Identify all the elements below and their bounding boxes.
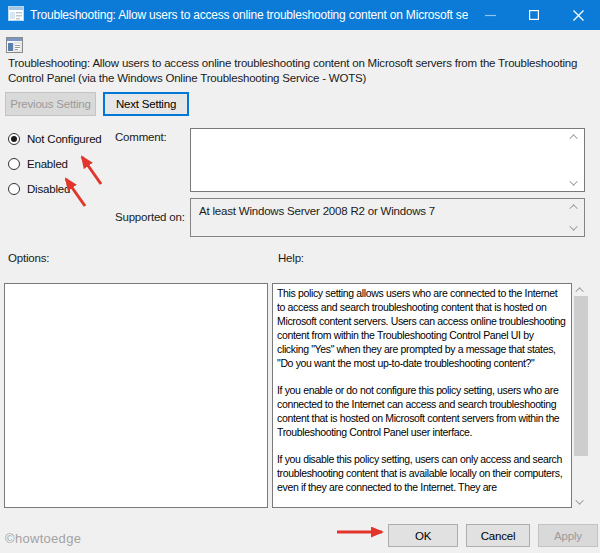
policy-setting-icon bbox=[6, 37, 23, 57]
close-icon bbox=[573, 10, 584, 21]
help-paragraph: If you disable this policy setting, user… bbox=[277, 452, 567, 494]
minimize-icon bbox=[485, 10, 496, 21]
options-label: Options: bbox=[8, 252, 49, 264]
help-text-panel: This policy setting allows users who are… bbox=[272, 283, 572, 508]
maximize-button[interactable] bbox=[512, 0, 556, 30]
radio-circle-icon bbox=[8, 158, 20, 170]
close-button[interactable] bbox=[556, 0, 600, 30]
supported-on-label: Supported on: bbox=[115, 211, 185, 223]
comment-scroll-down-button[interactable] bbox=[568, 177, 582, 189]
help-scroll-down-button[interactable] bbox=[574, 495, 588, 508]
help-scrollbar[interactable] bbox=[574, 283, 588, 508]
group-policy-window-icon bbox=[8, 6, 24, 25]
help-scroll-up-button[interactable] bbox=[574, 283, 588, 296]
radio-disabled[interactable]: Disabled bbox=[8, 181, 70, 197]
supported-on-value: At least Windows Server 2008 R2 or Windo… bbox=[199, 205, 435, 217]
radio-label: Enabled bbox=[27, 158, 68, 170]
chevron-up-icon bbox=[569, 204, 577, 212]
policy-dialog-window: Troubleshooting: Allow users to access o… bbox=[0, 0, 600, 553]
supported-on-field: At least Windows Server 2008 R2 or Windo… bbox=[190, 198, 585, 237]
comment-label: Comment: bbox=[115, 131, 166, 143]
help-label: Help: bbox=[278, 252, 304, 264]
chevron-down-icon bbox=[569, 177, 577, 185]
help-scrollbar-thumb[interactable] bbox=[574, 296, 588, 456]
chevron-up-icon bbox=[575, 287, 583, 295]
watermark: ©howtoedge bbox=[5, 531, 81, 546]
minimize-button[interactable] bbox=[468, 0, 512, 30]
radio-enabled[interactable]: Enabled bbox=[8, 156, 68, 172]
titlebar: Troubleshooting: Allow users to access o… bbox=[0, 0, 600, 30]
supported-scroll-up-button bbox=[568, 201, 582, 213]
supported-scroll-down-button bbox=[568, 222, 582, 234]
radio-circle-icon bbox=[8, 183, 20, 195]
window-title: Troubleshooting: Allow users to access o… bbox=[30, 8, 468, 22]
comment-scroll-up-button[interactable] bbox=[568, 131, 582, 143]
ok-button[interactable]: OK bbox=[388, 524, 458, 547]
maximize-icon bbox=[529, 10, 539, 20]
help-paragraph: This policy setting allows users who are… bbox=[277, 286, 567, 370]
options-panel bbox=[4, 283, 268, 508]
previous-setting-button: Previous Setting bbox=[5, 92, 96, 116]
chevron-down-icon bbox=[569, 222, 577, 230]
radio-label: Disabled bbox=[27, 183, 70, 195]
radio-label: Not Configured bbox=[27, 133, 102, 145]
next-setting-button[interactable]: Next Setting bbox=[103, 92, 189, 116]
cancel-button[interactable]: Cancel bbox=[466, 524, 530, 547]
window-controls bbox=[468, 0, 600, 30]
policy-description: Troubleshooting: Allow users to access o… bbox=[8, 56, 594, 86]
radio-not-configured[interactable]: Not Configured bbox=[8, 131, 102, 147]
help-paragraph: If you enable or do not configure this p… bbox=[277, 383, 567, 439]
comment-input[interactable] bbox=[190, 128, 585, 192]
annotation-arrow-not-configured bbox=[82, 157, 101, 184]
chevron-up-icon bbox=[569, 134, 577, 142]
apply-button: Apply bbox=[538, 524, 598, 547]
chevron-down-icon bbox=[575, 496, 583, 504]
radio-circle-icon bbox=[8, 133, 20, 145]
